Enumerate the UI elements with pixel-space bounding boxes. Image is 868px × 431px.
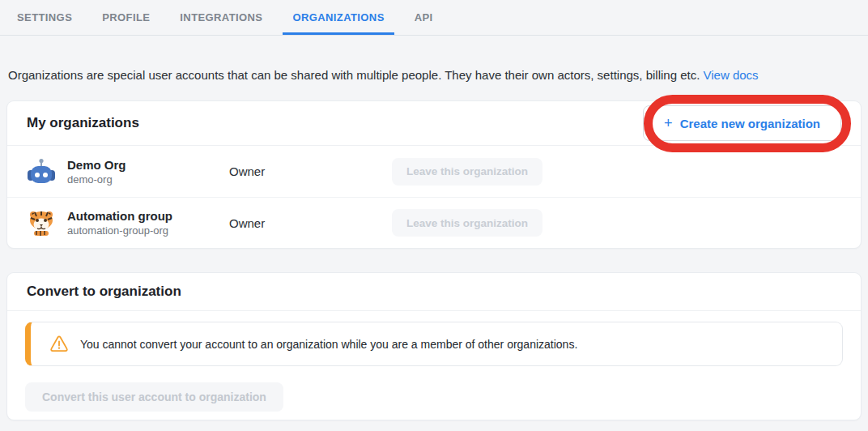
organization-role: Owner	[229, 164, 392, 178]
robot-avatar	[27, 157, 56, 186]
intro-description: Organizations are special user accounts …	[8, 68, 700, 82]
leave-organization-button[interactable]: Leave this organization	[392, 209, 542, 237]
warning-triangle-icon	[49, 335, 69, 353]
intro-text: Organizations are special user accounts …	[8, 67, 860, 83]
leave-organization-button[interactable]: Leave this organization	[392, 158, 542, 186]
plus-icon: +	[664, 116, 673, 130]
settings-tab-bar: SETTINGS PROFILE INTEGRATIONS ORGANIZATI…	[0, 0, 868, 36]
tab-api[interactable]: API	[405, 0, 443, 35]
convert-section-header: Convert to organization	[7, 273, 861, 311]
convert-section-title: Convert to organization	[27, 284, 181, 300]
convert-to-organization-card: Convert to organization You cannot conve…	[7, 273, 861, 420]
tab-organizations[interactable]: ORGANIZATIONS	[283, 0, 394, 35]
warning-message: You cannot convert your account to an or…	[80, 338, 577, 351]
tab-integrations[interactable]: INTEGRATIONS	[170, 0, 272, 35]
organization-name: Demo Org	[67, 157, 229, 173]
organization-identity: Automation group automation-group-org	[67, 208, 229, 237]
organization-name: Automation group	[67, 208, 229, 224]
organization-row-automation-group: Automation group automation-group-org Ow…	[7, 197, 861, 248]
my-organizations-title: My organizations	[27, 115, 139, 131]
create-button-label: Create new organization	[680, 117, 820, 130]
organization-identity: Demo Org demo-org	[67, 157, 229, 186]
organization-row-demo-org: Demo Org demo-org Owner Leave this organ…	[7, 146, 861, 197]
view-docs-link[interactable]: View docs	[704, 68, 759, 82]
convert-account-button[interactable]: Convert this user account to organizatio…	[25, 382, 283, 412]
my-organizations-header: My organizations + Create new organizati…	[7, 101, 861, 146]
organization-slug: demo-org	[67, 173, 229, 186]
organization-slug: automation-group-org	[67, 224, 229, 237]
my-organizations-card: My organizations + Create new organizati…	[7, 101, 861, 248]
tab-profile[interactable]: PROFILE	[92, 0, 160, 35]
tab-settings[interactable]: SETTINGS	[7, 0, 82, 35]
warning-callout: You cannot convert your account to an or…	[25, 322, 843, 366]
create-new-organization-button[interactable]: + Create new organization	[643, 105, 841, 141]
organization-role: Owner	[229, 216, 392, 230]
tiger-avatar	[27, 208, 56, 237]
